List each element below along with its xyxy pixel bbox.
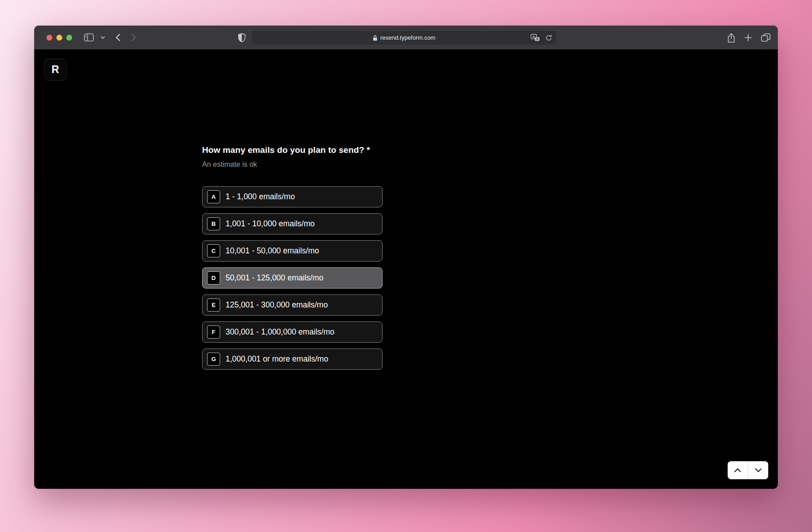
toolbar-divider (97, 33, 97, 41)
browser-window: resend.typeform.com A S (34, 26, 778, 489)
option-key-badge: G (207, 353, 220, 366)
choice-option-d[interactable]: D 50,001 - 125,000 emails/mo (202, 267, 383, 289)
share-icon (727, 33, 735, 43)
option-key-badge: E (207, 298, 220, 312)
address-bar[interactable]: resend.typeform.com A S (252, 31, 556, 45)
shield-icon (238, 33, 246, 42)
browser-toolbar: resend.typeform.com A S (34, 26, 778, 50)
forward-button[interactable] (131, 33, 137, 41)
sidebar-menu-chevron-button[interactable] (101, 36, 105, 39)
option-label: 1 - 1,000 emails/mo (226, 192, 295, 202)
option-key-badge: F (207, 326, 220, 339)
choice-option-f[interactable]: F 300,001 - 1,000,000 emails/mo (202, 321, 383, 343)
lock-icon (373, 35, 378, 41)
svg-text:S: S (536, 37, 539, 41)
back-chevron-icon (115, 33, 120, 41)
form-navigation (728, 461, 768, 479)
sidebar-icon (84, 33, 94, 41)
option-key-badge: A (207, 190, 220, 203)
option-label: 10,001 - 50,000 emails/mo (226, 246, 319, 256)
question-block: How many emails do you plan to send? * A… (202, 144, 545, 370)
option-key-badge: D (207, 271, 220, 284)
choice-option-c[interactable]: C 10,001 - 50,000 emails/mo (202, 240, 383, 261)
share-button[interactable] (727, 33, 735, 43)
choice-option-a[interactable]: A 1 - 1,000 emails/mo (202, 186, 383, 207)
typeform-page: R How many emails do you plan to send? *… (34, 50, 778, 489)
traffic-lights (46, 35, 72, 41)
previous-question-button[interactable] (728, 461, 748, 479)
url-text: resend.typeform.com (380, 34, 435, 41)
plus-icon (744, 34, 752, 41)
resend-logo: R (44, 59, 66, 81)
option-key-badge: B (207, 217, 220, 230)
forward-chevron-icon (131, 33, 137, 41)
zoom-window-button[interactable] (66, 35, 72, 41)
minimize-window-button[interactable] (56, 35, 62, 41)
chevron-up-icon (734, 468, 741, 472)
reload-icon (545, 34, 552, 41)
choice-option-g[interactable]: G 1,000,001 or more emails/mo (202, 349, 383, 370)
tab-overview-button[interactable] (761, 33, 770, 42)
option-label: 300,001 - 1,000,000 emails/mo (226, 327, 334, 337)
choice-option-e[interactable]: E 125,001 - 300,000 emails/mo (202, 294, 383, 316)
question-title: How many emails do you plan to send? * (202, 144, 545, 156)
option-label: 1,001 - 10,000 emails/mo (226, 219, 314, 229)
privacy-report-button[interactable] (238, 33, 246, 42)
chevron-down-icon (755, 468, 762, 472)
option-label: 125,001 - 300,000 emails/mo (226, 300, 328, 310)
reload-button[interactable] (545, 34, 552, 41)
required-asterisk: * (367, 145, 370, 155)
translate-icon: A S (531, 34, 540, 41)
next-question-button[interactable] (748, 461, 769, 479)
choice-option-b[interactable]: B 1,001 - 10,000 emails/mo (202, 213, 383, 234)
chevron-down-icon (101, 36, 105, 39)
question-subtitle: An estimate is ok (202, 160, 545, 169)
sidebar-toggle-button[interactable] (84, 33, 94, 41)
translate-button[interactable]: A S (531, 34, 540, 41)
new-tab-button[interactable] (744, 34, 752, 41)
option-label: 50,001 - 125,000 emails/mo (226, 273, 323, 283)
options-list: A 1 - 1,000 emails/mo B 1,001 - 10,000 e… (202, 186, 383, 370)
svg-text:A: A (532, 35, 535, 39)
tabs-icon (761, 33, 770, 42)
question-title-text: How many emails do you plan to send? (202, 145, 364, 155)
back-button[interactable] (115, 33, 120, 41)
close-window-button[interactable] (46, 35, 52, 41)
option-label: 1,000,001 or more emails/mo (226, 354, 328, 364)
option-key-badge: C (207, 244, 220, 257)
